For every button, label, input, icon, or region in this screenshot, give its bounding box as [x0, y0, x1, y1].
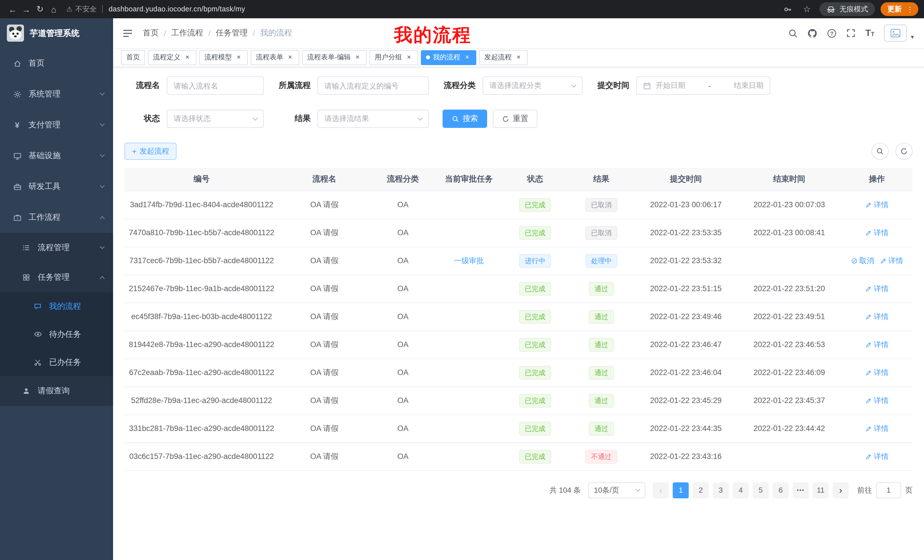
sidebar-item-leave-query[interactable]: 请假查询	[0, 376, 113, 406]
tab-label: 我的流程	[433, 52, 460, 62]
action-detail[interactable]: 详情	[865, 395, 889, 406]
page-button-6[interactable]: 6	[772, 482, 789, 498]
refresh-icon[interactable]	[896, 143, 913, 160]
status-select[interactable]: 请选择状态	[167, 109, 264, 128]
key-icon[interactable]	[781, 2, 794, 16]
process-definition-label: 所属流程	[278, 81, 310, 91]
action-detail[interactable]: 详情	[865, 199, 889, 210]
action-detail[interactable]: 详情	[865, 423, 889, 434]
sidebar-item-payment[interactable]: ¥支付管理	[0, 109, 113, 141]
tab-process-model[interactable]: 流程模型×	[199, 50, 248, 65]
cell-id: 331bc281-7b9a-11ec-a290-acde48001122	[124, 415, 279, 442]
page-button-11[interactable]: 11	[813, 482, 829, 498]
sidebar-item-infra[interactable]: 基础设施	[0, 141, 113, 171]
tab-start-process[interactable]: 发起流程×	[479, 50, 528, 65]
search-button[interactable]: 搜索	[442, 109, 487, 128]
close-icon[interactable]: ×	[405, 53, 413, 61]
end-date-placeholder[interactable]: 结束日期	[734, 81, 764, 91]
close-icon[interactable]: ×	[354, 53, 362, 61]
sidebar-item-process-mgmt[interactable]: 流程管理	[0, 233, 113, 263]
date-range-picker[interactable]: 开始日期 - 结束日期	[636, 76, 770, 95]
tab-process-definition[interactable]: 流程定义×	[148, 50, 196, 65]
page-button-1[interactable]: 1	[673, 482, 689, 498]
breadcrumb-item[interactable]: 任务管理	[216, 28, 248, 38]
fullscreen-icon[interactable]	[846, 28, 855, 38]
create-process-button[interactable]: + 发起流程	[124, 143, 177, 160]
close-icon[interactable]: ×	[183, 53, 191, 61]
hamburger-icon[interactable]	[122, 27, 134, 39]
close-icon[interactable]: ×	[235, 53, 243, 61]
menu-dots-icon[interactable]: ⋮	[904, 5, 915, 13]
back-icon[interactable]: ←	[6, 2, 20, 16]
sidebar-item-task-mgmt[interactable]: 任务管理	[0, 263, 113, 292]
result-tag: 通过	[589, 394, 614, 407]
page-button-4[interactable]: 4	[733, 482, 748, 498]
forward-icon[interactable]: →	[20, 2, 33, 16]
sidebar-item-done-task[interactable]: 已办任务	[0, 348, 113, 376]
cell-status: 进行中	[502, 247, 568, 275]
action-detail[interactable]: 详情	[880, 256, 903, 266]
cell-category: OA	[370, 219, 436, 247]
help-icon[interactable]: ?	[827, 28, 837, 38]
bookmark-star-icon[interactable]: ☆	[800, 2, 814, 16]
page-button-3[interactable]: 3	[713, 482, 729, 498]
search-icon[interactable]	[788, 28, 798, 38]
close-icon[interactable]: ×	[286, 53, 294, 61]
cell-name: OA 请假	[279, 275, 370, 302]
avatar-image-placeholder-icon	[884, 24, 907, 42]
url-text[interactable]: dashboard.yudao.iocoder.cn/bpm/task/my	[109, 5, 245, 13]
avatar[interactable]: ▼	[884, 24, 915, 42]
action-detail[interactable]: 详情	[865, 283, 889, 294]
goto-suffix: 页	[905, 485, 913, 495]
sidebar-item-home[interactable]: 首页	[0, 48, 113, 79]
goto-page-input[interactable]	[876, 482, 901, 498]
reset-button[interactable]: 重置	[493, 109, 537, 128]
action-detail[interactable]: 详情	[865, 367, 889, 377]
page-button-2[interactable]: 2	[693, 482, 709, 498]
action-detail[interactable]: 详情	[865, 228, 889, 238]
next-page-button[interactable]: ›	[832, 482, 849, 498]
sidebar-item-label: 支付管理	[28, 120, 60, 130]
result-select[interactable]: 请选择流结果	[318, 109, 429, 128]
sidebar-item-workflow[interactable]: 工作流程	[0, 202, 113, 233]
update-button[interactable]: 更新 ⋮	[880, 2, 918, 16]
font-size-icon[interactable]: TT	[865, 28, 874, 38]
process-name-input[interactable]	[167, 76, 264, 95]
tab-my-process[interactable]: 我的流程×	[421, 50, 476, 65]
current-task-link[interactable]: 一级审批	[454, 256, 484, 266]
github-icon[interactable]	[807, 28, 817, 38]
logo[interactable]: 芋道管理系统	[0, 18, 113, 48]
action-detail[interactable]: 详情	[865, 451, 889, 461]
close-icon[interactable]: ×	[514, 53, 522, 61]
grid-icon	[22, 273, 31, 282]
prev-page-button[interactable]: ‹	[653, 482, 669, 498]
category-select[interactable]: 请选择流程分类	[483, 76, 582, 95]
reload-icon[interactable]: ↻	[33, 2, 47, 16]
sidebar-item-my-process[interactable]: 我的流程	[0, 292, 113, 320]
process-definition-input[interactable]	[318, 76, 429, 95]
sidebar-item-devtools[interactable]: 研发工具	[0, 171, 113, 202]
tab-home[interactable]: 首页	[121, 50, 145, 65]
breadcrumb-item[interactable]: 首页	[143, 28, 159, 38]
cell-result: 通过	[568, 331, 634, 358]
more-pages-button[interactable]: •••	[793, 482, 808, 498]
action-detail[interactable]: 详情	[865, 311, 889, 322]
tab-user-group[interactable]: 用户分组×	[369, 50, 418, 65]
cell-submit-time: 2022-01-22 23:44:35	[634, 415, 737, 442]
tab-process-form[interactable]: 流程表单×	[251, 50, 299, 65]
warning-icon: ⚠	[66, 5, 72, 13]
action-cancel[interactable]: 取消	[850, 256, 874, 266]
address-bar[interactable]: ⚠ 不安全 dashboard.yudao.iocoder.cn/bpm/tas…	[66, 4, 775, 14]
sidebar-item-todo-task[interactable]: 待办任务	[0, 320, 113, 348]
toggle-search-icon[interactable]	[872, 143, 889, 160]
action-detail[interactable]: 详情	[865, 339, 889, 350]
page-button-5[interactable]: 5	[753, 482, 769, 498]
tab-process-form-edit[interactable]: 流程表单-编辑×	[302, 50, 367, 65]
security-label[interactable]: 不安全	[75, 4, 97, 14]
close-icon[interactable]: ×	[463, 53, 471, 61]
sidebar-item-system[interactable]: 系统管理	[0, 79, 113, 109]
page-size-select[interactable]: 10条/页	[588, 482, 645, 498]
breadcrumb-item[interactable]: 工作流程	[171, 28, 203, 38]
browser-home-icon[interactable]: ⌂	[47, 2, 60, 16]
start-date-placeholder[interactable]: 开始日期	[656, 81, 685, 91]
